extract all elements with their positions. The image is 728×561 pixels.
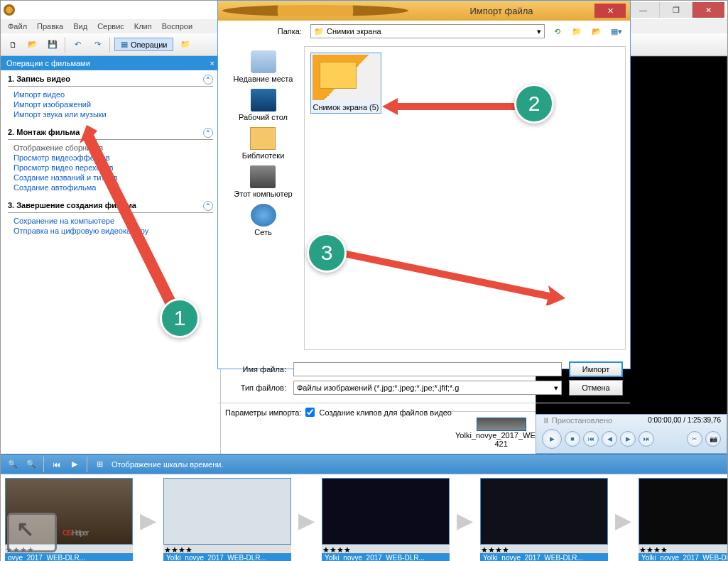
prev-button[interactable]: ⏮ — [583, 431, 599, 447]
section-capture-title: 1. Запись видео — [8, 75, 70, 85]
timeline-view-icon[interactable]: ⊞ — [93, 458, 106, 471]
rewind-icon[interactable]: ⏮ — [50, 458, 63, 471]
operations-toggle[interactable]: ▦ Операции — [114, 38, 173, 51]
stop-button[interactable]: ■ — [565, 431, 580, 447]
file-thumbnail — [313, 55, 381, 100]
places-bar: Недавние места Рабочий стол Библиотеки Э… — [222, 46, 304, 350]
file-item-selected[interactable]: Снимок экрана (5) — [310, 53, 381, 114]
folder-label: Папка: — [224, 27, 302, 36]
file-name: Снимок экрана (5) — [313, 100, 379, 111]
chevron-up-icon[interactable]: ⌃ — [203, 128, 213, 138]
clip-label: Yolki_novye_2017_WEB-DLR... — [163, 553, 291, 561]
transition-slot[interactable]: ▶ — [615, 487, 631, 554]
step-back-button[interactable]: ◀ — [602, 431, 617, 447]
menu-view[interactable]: Вид — [73, 22, 87, 31]
transition-slot[interactable]: ▶ — [457, 487, 473, 554]
new-icon[interactable]: 🗋 — [5, 37, 21, 53]
zoom-in-icon[interactable]: 🔍 — [6, 458, 19, 471]
save-icon[interactable]: 💾 — [45, 37, 60, 53]
redo-icon[interactable]: ↷ — [89, 37, 105, 53]
callout-1: 1 — [160, 298, 200, 338]
watermark-text-2: Helper — [71, 528, 87, 537]
snapshot-button[interactable]: 📷 — [705, 431, 721, 447]
play-timeline-icon[interactable]: ▶ — [68, 458, 81, 471]
maximize-button[interactable]: ❐ — [659, 2, 692, 18]
nav-desktop[interactable]: Рабочий стол — [239, 89, 288, 121]
nav-computer[interactable]: Этот компьютер — [234, 165, 292, 198]
clip-number: 421 — [494, 440, 507, 448]
watermark-icon — [7, 513, 57, 552]
play-button[interactable]: ▶ — [542, 429, 562, 449]
watermark: OS Helper — [7, 513, 87, 552]
menu-tools[interactable]: Сервис — [97, 22, 124, 31]
open-icon[interactable]: 📂 — [25, 37, 40, 53]
create-clips-label: Создание клипов для файлов видео — [319, 408, 452, 417]
step-fwd-button[interactable]: ▶ — [620, 431, 636, 447]
nav-recent[interactable]: Недавние места — [234, 50, 293, 83]
cancel-button[interactable]: Отмена — [569, 380, 623, 396]
sidebar-header: Операции с фильмами × — [1, 56, 220, 70]
clip-label: ovye_2017_WEB-DLR... — [5, 553, 133, 561]
storyboard-clip[interactable]: ★★★★Yolki_novye_2017_WEB-DLR... — [480, 478, 608, 561]
view-menu-icon[interactable]: ▦▾ — [609, 23, 624, 39]
chevron-down-icon: ▾ — [537, 27, 541, 36]
split-button[interactable]: ✂ — [687, 431, 702, 447]
nav-libraries[interactable]: Библиотеки — [242, 127, 285, 160]
import-file-dialog: Импорт файла ✕ Папка: 📁 Снимки экрана ▾ … — [217, 0, 631, 369]
link-import-audio[interactable]: Импорт звука или музыки — [8, 109, 213, 119]
create-clips-checkbox[interactable] — [305, 408, 315, 417]
separator — [87, 457, 87, 472]
new-folder-icon[interactable]: 📂 — [589, 23, 604, 39]
separator — [43, 457, 44, 472]
svg-marker-2 — [344, 250, 565, 305]
folder-icon: 📁 — [314, 27, 324, 36]
chevron-up-icon[interactable]: ⌃ — [203, 75, 213, 85]
transition-slot[interactable]: ▶ — [140, 487, 156, 554]
dialog-title: Импорт файла — [408, 6, 594, 16]
next-button[interactable]: ⏭ — [639, 431, 654, 447]
dialog-toolbar: Папка: 📁 Снимки экрана ▾ ⟲ 📁 📂 ▦▾ — [218, 21, 630, 42]
minimize-button[interactable]: — — [626, 2, 659, 18]
folder-value: Снимки экрана — [327, 27, 381, 36]
collections-icon[interactable]: 📁 — [178, 37, 193, 53]
import-button[interactable]: Импорт — [569, 361, 623, 377]
clip-item[interactable]: Yolki_novye_2017_WEB... 421 — [455, 418, 547, 448]
dialog-close-button[interactable]: ✕ — [594, 4, 626, 18]
filename-label: Имя файла: — [225, 365, 286, 374]
nav-network[interactable]: Сеть — [251, 204, 276, 236]
timeline-status: Отображение шкалы времени. — [112, 460, 223, 469]
folder-dropdown[interactable]: 📁 Снимки экрана ▾ — [310, 24, 545, 38]
link-import-video[interactable]: Импорт видео — [8, 89, 213, 99]
sidebar-title: Операции с фильмами — [6, 59, 90, 67]
back-icon[interactable]: ⟲ — [549, 23, 565, 39]
storyboard-clip[interactable]: ★★★★Yolki_novye_2017_WEB-DLR... — [322, 478, 450, 561]
menu-clip[interactable]: Клип — [134, 22, 152, 31]
arrow-3 — [344, 247, 565, 305]
operations-label: Операции — [131, 40, 167, 49]
close-button[interactable]: ✕ — [692, 2, 724, 18]
separator — [65, 37, 65, 53]
menu-file[interactable]: Файл — [8, 22, 27, 31]
player-time: 0:00:00,00 / 1:25:39,76 — [648, 416, 721, 424]
callout-3: 3 — [307, 233, 347, 273]
separator — [109, 37, 110, 53]
timeline-toolbar: 🔍 🔍 ⏮ ▶ ⊞ Отображение шкалы времени. — [1, 454, 727, 474]
menu-play[interactable]: Воспрои — [162, 22, 192, 31]
zoom-out-icon[interactable]: 🔍 — [25, 458, 38, 471]
storyboard-clip[interactable]: ★★★★Yolki_novye_2017_WEB-DLR... — [163, 478, 291, 561]
watermark-text-1: OS — [63, 528, 71, 537]
transition-slot[interactable]: ▶ — [298, 487, 315, 554]
up-icon[interactable]: 📁 — [569, 23, 585, 39]
section-edit-title: 2. Монтаж фильма — [8, 128, 80, 138]
storyboard[interactable]: ★★★★ovye_2017_WEB-DLR... ▶ ★★★★Yolki_nov… — [1, 474, 727, 561]
filename-input[interactable] — [293, 362, 562, 376]
sidebar-close-icon[interactable]: × — [210, 59, 214, 67]
storyboard-clip[interactable]: ★★★★Yolki_novye_2017_WEB-DLR... — [639, 478, 727, 561]
undo-icon[interactable]: ↶ — [70, 37, 85, 53]
menu-edit[interactable]: Правка — [37, 22, 63, 31]
svg-marker-1 — [382, 98, 524, 115]
filetype-dropdown[interactable]: Файлы изображений (*.jpg;*.jpeg;*.jpe;*.… — [293, 381, 562, 395]
chevron-up-icon[interactable]: ⌃ — [203, 201, 213, 211]
link-import-images[interactable]: Импорт изображений — [8, 99, 213, 109]
import-options-label: Параметры импорта: — [225, 408, 301, 417]
